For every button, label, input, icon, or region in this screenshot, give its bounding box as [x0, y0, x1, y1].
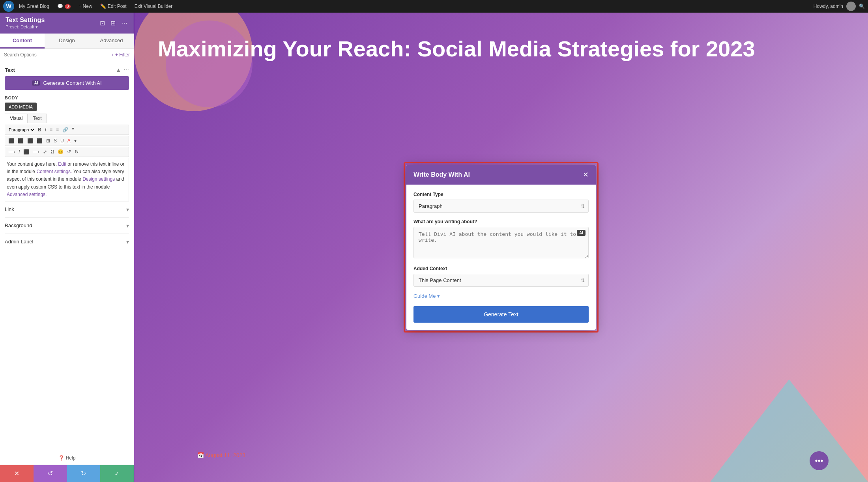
- tab-design[interactable]: Design: [45, 34, 89, 49]
- link-section-header[interactable]: Link ▾: [5, 206, 129, 213]
- add-media-button[interactable]: ADD MEDIA: [5, 103, 37, 111]
- link-btn[interactable]: 🔗: [61, 126, 69, 133]
- help-button[interactable]: ❓ Help: [58, 455, 76, 461]
- body-content-area[interactable]: Your content goes here. Edit or remove t…: [5, 158, 129, 201]
- background-section-header[interactable]: Background ▾: [5, 222, 129, 229]
- guide-me-label: Guide Me: [413, 293, 436, 299]
- background-chevron-icon: ▾: [126, 222, 129, 229]
- design-settings-link[interactable]: Design settings: [82, 176, 115, 182]
- admin-bar-comments[interactable]: 💬 0: [54, 0, 74, 13]
- writing-about-textarea-wrapper: AI: [413, 227, 589, 260]
- admin-label-section-title: Admin Label: [5, 239, 33, 245]
- editor-tab-visual[interactable]: Visual: [5, 114, 28, 123]
- special-char-btn[interactable]: Ω: [49, 148, 55, 155]
- save-icon: ✓: [114, 470, 120, 477]
- strikethrough-btn[interactable]: S: [52, 137, 58, 144]
- admin-bar-site[interactable]: My Great Blog: [16, 0, 52, 13]
- modal-overlay: Write Body With AI ✕ Content Type P: [134, 13, 868, 482]
- background-section-title: Background: [5, 222, 32, 228]
- modal-body: Content Type Paragraph Bullet List Numbe…: [406, 185, 596, 306]
- new-label: + New: [79, 4, 92, 9]
- link-section: Link ▾: [5, 201, 129, 217]
- more-icon[interactable]: ⋯: [120, 19, 128, 28]
- admin-bar-new[interactable]: + New: [75, 0, 95, 13]
- avatar: [846, 2, 856, 11]
- sidebar-title: Text Settings: [6, 17, 45, 24]
- justify2-btn[interactable]: ⬛: [22, 148, 30, 155]
- edit-post-label: Edit Post: [108, 4, 127, 9]
- advanced-settings-link[interactable]: Advanced settings: [7, 192, 45, 197]
- align-left-btn[interactable]: ⬛: [7, 137, 15, 144]
- expand-btn[interactable]: ⤢: [42, 148, 48, 155]
- format-dropdown[interactable]: Paragraph Heading 1 Heading 2: [7, 127, 36, 133]
- align-justify-btn[interactable]: ⬛: [36, 137, 44, 144]
- generate-text-label: Generate Text: [484, 311, 518, 318]
- modal-footer: Generate Text: [406, 306, 596, 330]
- undo-icon: ↺: [48, 470, 53, 477]
- layout-icon[interactable]: ⊡: [99, 19, 106, 28]
- action-bar: ✕ ↺ ↻ ✓: [0, 465, 134, 482]
- quote-btn[interactable]: ❝: [71, 126, 75, 133]
- tab-content[interactable]: Content: [0, 34, 45, 49]
- ai-generate-button[interactable]: AI Generate Content With AI: [5, 76, 129, 90]
- italic-btn[interactable]: I: [44, 126, 47, 133]
- generate-text-button[interactable]: Generate Text: [413, 306, 589, 323]
- collapse-icon[interactable]: ▲: [116, 67, 121, 73]
- table-btn[interactable]: ⊞: [45, 137, 51, 144]
- admin-bar-exit-builder[interactable]: Exit Visual Builder: [131, 0, 176, 13]
- ul-btn[interactable]: ≡: [49, 126, 54, 133]
- undo-button[interactable]: ↺: [34, 465, 67, 482]
- indent-btn[interactable]: ⟶: [7, 148, 16, 155]
- content-type-group: Content Type Paragraph Bullet List Numbe…: [413, 192, 589, 213]
- redo-toolbar-btn[interactable]: ↻: [73, 148, 80, 155]
- indent2-btn[interactable]: ⟶: [32, 148, 41, 155]
- cancel-button[interactable]: ✕: [0, 465, 34, 482]
- sidebar-header-icons: ⊡ ⊞ ⋯: [99, 19, 128, 28]
- modal-title: Write Body With AI: [413, 171, 470, 178]
- filter-button[interactable]: + + Filter: [112, 52, 130, 58]
- sidebar-preset[interactable]: Preset: Default ▾: [6, 24, 45, 30]
- content-type-select[interactable]: Paragraph Bullet List Numbered List Head…: [413, 200, 589, 213]
- exit-builder-label: Exit Visual Builder: [135, 4, 173, 9]
- wp-logo[interactable]: W: [3, 1, 14, 12]
- tab-advanced[interactable]: Advanced: [89, 34, 134, 49]
- site-name: My Great Blog: [19, 4, 49, 9]
- wp-admin-bar: W My Great Blog 💬 0 + New ✏️ Edit Post E…: [0, 0, 868, 13]
- search-input[interactable]: [4, 52, 109, 58]
- comments-count: 0: [65, 4, 71, 9]
- main-layout: Text Settings Preset: Default ▾ ⊡ ⊞ ⋯ Co…: [0, 13, 868, 482]
- sidebar-tabs: Content Design Advanced: [0, 34, 134, 49]
- admin-label-section-header[interactable]: Admin Label ▾: [5, 239, 129, 245]
- redo-button[interactable]: ↻: [67, 465, 101, 482]
- save-button[interactable]: ✓: [100, 465, 134, 482]
- edit-link[interactable]: Edit: [58, 161, 66, 167]
- section-menu-icon[interactable]: ⋯: [123, 67, 129, 73]
- color-btn[interactable]: A: [66, 137, 72, 144]
- admin-bar-edit-post[interactable]: ✏️ Edit Post: [97, 0, 130, 13]
- writing-about-label: What are you writing about?: [413, 219, 589, 224]
- added-context-label: Added Context: [413, 266, 589, 271]
- text-section-title: Text: [5, 67, 15, 73]
- more-toolbar-btn[interactable]: ▾: [73, 137, 78, 144]
- align-center-btn[interactable]: ⬛: [17, 137, 25, 144]
- ol-btn[interactable]: ≡: [55, 126, 60, 133]
- editor-toolbar: Paragraph Heading 1 Heading 2 B I ≡ ≡ 🔗 …: [5, 125, 129, 135]
- help-label: Help: [66, 455, 76, 461]
- guide-me-button[interactable]: Guide Me ▾: [413, 293, 440, 299]
- undo-toolbar-btn[interactable]: ↺: [66, 148, 72, 155]
- writing-about-textarea[interactable]: [413, 227, 589, 258]
- emoji-btn[interactable]: 😊: [56, 148, 65, 155]
- align-right-btn[interactable]: ⬛: [26, 137, 34, 144]
- content-settings-link[interactable]: Content settings: [36, 169, 71, 174]
- underline-btn[interactable]: U: [59, 137, 65, 144]
- section-icons: ▲ ⋯: [116, 67, 129, 73]
- modal-close-button[interactable]: ✕: [583, 170, 589, 179]
- bold-btn[interactable]: B: [37, 126, 43, 133]
- added-context-select[interactable]: This Page Content No Context Custom Cont…: [413, 274, 589, 287]
- editor-tab-text[interactable]: Text: [28, 114, 47, 123]
- content-main: Maximizing Your Reach: Social Media Stra…: [134, 13, 868, 482]
- ai-modal: Write Body With AI ✕ Content Type P: [406, 165, 596, 330]
- italic2-btn[interactable]: I: [17, 148, 21, 155]
- search-icon[interactable]: 🔍: [859, 4, 865, 9]
- grid-icon[interactable]: ⊞: [110, 19, 116, 28]
